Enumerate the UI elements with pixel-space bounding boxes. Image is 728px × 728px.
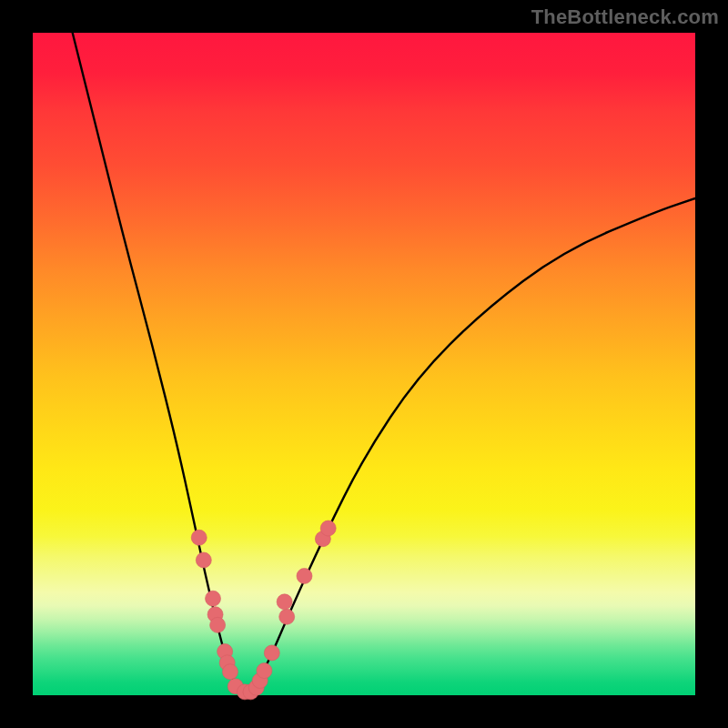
data-point-right-mid-3 (277, 594, 292, 610)
data-point-left-upper-2 (196, 552, 211, 568)
data-point-right-upper-3 (320, 521, 336, 536)
data-point-right-mid-2 (279, 609, 295, 624)
data-point-left-mid-3 (210, 617, 226, 632)
data-point-left-upper-1 (191, 530, 207, 545)
data-points-group (191, 521, 336, 700)
data-point-right-low-2 (257, 663, 272, 679)
chart-svg (33, 33, 695, 695)
watermark-text: TheBottleneck.com (531, 5, 719, 29)
data-point-left-mid-1 (206, 591, 221, 606)
chart-frame (33, 33, 695, 695)
data-point-right-upper-1 (297, 568, 312, 583)
bottleneck-curve (73, 33, 695, 692)
data-point-right-mid-1 (264, 645, 279, 661)
data-point-left-low-3 (222, 664, 238, 680)
chart-root: TheBottleneck.com (0, 0, 728, 728)
